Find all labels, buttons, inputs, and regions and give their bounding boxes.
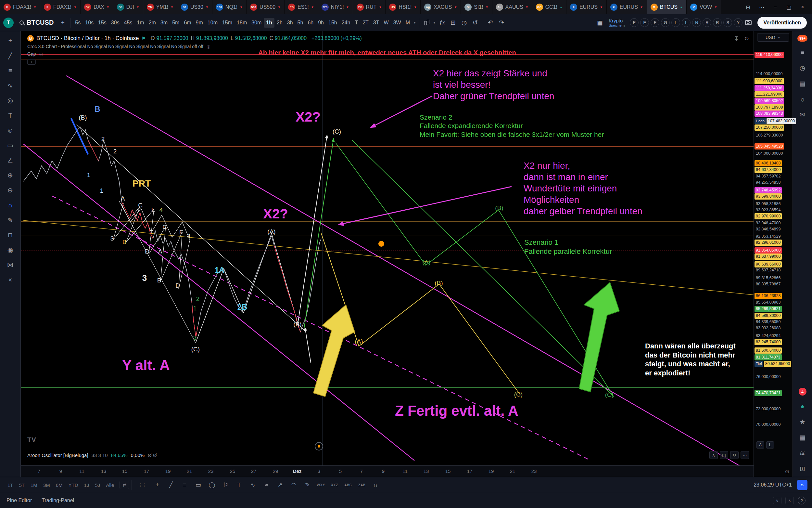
wave-label-b[interactable]: B [123,239,127,245]
layout-tab-f-2[interactable]: F [651,18,659,27]
timeframe-1m[interactable]: 1m [135,18,146,28]
magnet-icon[interactable]: ∩ [5,200,16,210]
time-label[interactable]: 11 [79,468,85,474]
multichart-layout-icon[interactable]: ▦ [595,17,605,29]
replay-icon[interactable]: ↺ [470,17,480,29]
time-label[interactable]: 13 [101,468,106,474]
timeframe-m[interactable]: M [403,18,412,28]
wave-label-2[interactable]: 2 [113,148,117,155]
time-label[interactable]: 19 [488,468,494,474]
zoom-out-icon[interactable]: ⊖ [5,185,16,195]
wave-wxy-tool-icon[interactable]: WXY [314,479,328,491]
layout-tab-g-3[interactable]: G [661,18,670,27]
time-label[interactable]: 7 [360,468,363,474]
time-label[interactable]: 17 [144,468,149,474]
camera-icon[interactable] [743,17,754,29]
wave-label-b[interactable]: (B) [293,321,301,328]
currency-selector[interactable]: USD ▾ [757,33,789,42]
download-icon[interactable]: ↧ [734,35,739,42]
timeframe-3t[interactable]: 3T [371,18,382,28]
timeframe-t[interactable]: T [352,18,360,28]
pin-tool-icon[interactable]: ⚐ [219,479,232,491]
ideas-icon[interactable]: ☼ [797,94,808,104]
timeframes-dropdown-icon[interactable]: ▾ [413,20,417,25]
symbol-tab-niy1[interactable]: 225NIY1!▼ [318,0,353,14]
goto-date-button[interactable]: ⇄ [120,481,129,489]
wave-label-2[interactable]: 2 [101,135,105,142]
time-label[interactable]: 11 [402,468,408,474]
time-label[interactable]: 7 [38,468,40,474]
wave-label-b[interactable]: (B) [435,280,443,286]
jump-to-realtime-button[interactable]: » [797,480,807,490]
window-minimize-button[interactable]: − [768,1,782,13]
symbol-tab-gc1[interactable]: GCGC1!▲ [532,0,566,14]
annotation-note-x2-strength[interactable]: X2 hier das zeigt Stärke undist viel bes… [433,68,555,102]
window-more-button[interactable]: ⋯ [755,1,768,13]
user-avatar[interactable]: T [3,17,14,28]
window-close-button[interactable]: × [796,1,809,13]
visibility-icon[interactable]: ◎ [39,52,43,56]
alerts-count-badge[interactable]: 4 [799,388,807,395]
wave-label-1a[interactable]: 1A [215,265,225,274]
wave-label-a[interactable]: A [158,248,162,255]
symbol-tab-es1[interactable]: ESES1!▼ [285,0,318,14]
flag-icon[interactable]: ⚑ [142,36,146,41]
wave-label-c[interactable]: (C) [333,128,341,135]
time-label[interactable]: 15 [122,468,128,474]
symbol-description[interactable]: BTCUSD · Bitcoin / Dollar · 1h · Coinbas… [36,35,139,42]
symbol-tab-ym1[interactable]: YMYM1!▼ [143,0,177,14]
draw-mode-icon[interactable]: ✎ [5,215,16,225]
wave-label-3[interactable]: 3 [193,334,197,341]
wave-label-e[interactable]: E [179,229,184,236]
timeframe-w[interactable]: W [382,18,391,28]
rectangle-tool-icon[interactable]: ▭ [191,479,205,491]
pane-button-0[interactable]: ∧ [709,451,718,459]
collapse-panel-icon[interactable]: ∨ [773,497,781,504]
scanner-icon[interactable]: ≋ [797,448,808,458]
pane-button-2[interactable]: ↻ [730,451,738,459]
apps-grid-icon[interactable]: ⊞ [797,464,808,473]
symbol-tab-dji[interactable]: DJDJI▼ [113,0,143,14]
timeframe-5m[interactable]: 5m [170,18,182,28]
indicator-title[interactable]: Croc 3.0 Chart - Professional No Signal … [27,44,203,49]
time-label[interactable]: Dez [293,468,302,474]
timeframe-3m[interactable]: 3m [158,18,170,28]
symbol-tab-fdax1[interactable]: FFDAX1!▼ [0,0,40,14]
symbol-tab-vow[interactable]: VVOW▼ [687,0,721,14]
time-label[interactable]: 9 [59,468,62,474]
timeframe-10m[interactable]: 10m [205,18,220,28]
symbol-tab-dax[interactable]: DXDAX▼ [81,0,113,14]
time-label[interactable]: 9 [382,468,385,474]
curve-tool-icon[interactable]: ◠ [287,479,300,491]
timeframe-9m[interactable]: 9m [194,18,205,28]
visibility-icon[interactable]: ◎ [206,44,210,49]
time-label[interactable]: 3 [318,468,320,474]
wave-xyz-tool-icon[interactable]: XYZ [328,479,341,491]
timeframe-30s[interactable]: 30s [109,18,122,28]
symbol-tab-us30[interactable]: 30US30▼ [177,0,212,14]
wave-label-4[interactable]: 4 [159,206,163,213]
symbol-tab-fdax1[interactable]: FFDAX1!▼ [40,0,81,14]
wave-label-prt[interactable]: PRT [133,178,151,188]
elliott-wave-tool-icon[interactable]: ≈ [259,479,273,491]
timeframe-2m[interactable]: 2m [146,18,158,28]
layout-tab-y-10[interactable]: Y [734,18,743,27]
wave-label-c[interactable]: (C) [605,391,614,398]
hide-drawings-icon[interactable]: ◉ [5,245,16,255]
annotation-label-x2-question-2[interactable]: X2? [263,205,288,223]
wave-label-c[interactable]: C [162,224,167,230]
time-label[interactable]: 5 [339,468,342,474]
timeframe-3w[interactable]: 3W [391,18,403,28]
range-5t[interactable]: 5T [16,480,28,490]
annotation-label-z-fertig[interactable]: Z Fertig evtl. alt. A [395,402,518,420]
zoom-in-icon[interactable]: ⊕ [5,170,16,180]
wave-label-a[interactable]: A [121,195,125,202]
symbol-tab-si1[interactable]: SISI1!▼ [461,0,492,14]
ellipse-tool-icon[interactable]: ◯ [205,479,219,491]
timeframe-1h[interactable]: 1h [264,18,275,28]
wave-label-b[interactable]: B [157,277,161,284]
layout-tab-r-7[interactable]: R [703,18,711,27]
trendline-tool-icon[interactable]: ╱ [164,479,178,491]
timeframe-10s[interactable]: 10s [83,18,96,28]
time-label[interactable]: 19 [165,468,171,474]
